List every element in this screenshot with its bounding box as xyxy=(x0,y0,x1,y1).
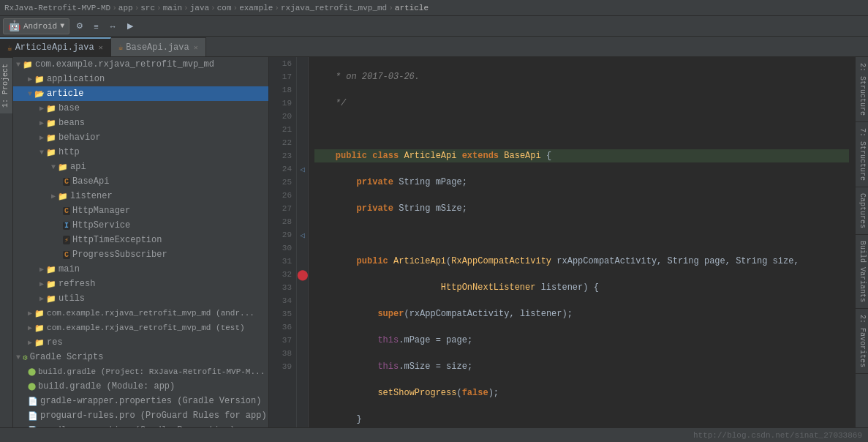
expand-icon: ▼ xyxy=(39,149,44,157)
tree-label: article xyxy=(47,89,83,99)
gutter-33 xyxy=(297,281,308,294)
resize-btn[interactable]: ↔ xyxy=(105,20,121,32)
properties-icon: 📄 xyxy=(28,397,38,406)
tree-item-com-test[interactable]: ▶ 📁 com.example.rxjava_retrofit_mvp_md (… xyxy=(13,321,268,335)
line-num-19: 19 xyxy=(269,97,296,110)
expand-icon: ▼ xyxy=(51,163,56,171)
line-num-35: 35 xyxy=(269,307,296,321)
code-content[interactable]: * on 2017-03-26. */ public class Article… xyxy=(309,57,855,427)
expand-icon: ▶ xyxy=(39,104,44,113)
folder-icon: 📁 xyxy=(46,280,56,289)
gradle-icon: ⬤ xyxy=(28,382,36,391)
tree-item-build-gradle-project[interactable]: ⬤ build.gradle (Project: RxJava-Retrofit… xyxy=(13,364,268,379)
tab-label-base: BaseApi.java xyxy=(126,42,189,53)
favorites-tab[interactable]: 2: Favorites xyxy=(856,309,868,374)
line-num-30: 30 xyxy=(269,241,296,255)
folder-icon: 📁 xyxy=(34,323,45,333)
gutter-37 xyxy=(297,334,308,347)
folder-icon: 📁 xyxy=(23,60,33,70)
tree-item-base[interactable]: ▶ 📁 base xyxy=(13,101,268,116)
tree-label: application xyxy=(47,74,105,84)
tree-item-httpservice[interactable]: I HttpService xyxy=(13,218,268,233)
gutter: ◁ ◁ ⬤ xyxy=(297,57,309,427)
tree-label: api xyxy=(70,162,86,172)
tree-item-root[interactable]: ▼ 📁 com.example.rxjava_retrofit_mvp_md xyxy=(13,57,268,72)
line-num-33: 33 xyxy=(269,281,296,294)
java-interface-icon: I xyxy=(63,222,70,230)
code-area[interactable]: 16 17 18 19 20 21 22 23 24 25 26 27 28 2… xyxy=(269,57,855,427)
expand-icon: ▶ xyxy=(28,323,32,332)
menu-btn[interactable]: ≡ xyxy=(90,20,102,32)
line-num-21: 21 xyxy=(269,123,296,136)
watermark: http://blog.csdn.net/sinat_27033869 xyxy=(693,431,862,440)
line-num-28: 28 xyxy=(269,215,296,228)
tab-close-base[interactable]: ✕ xyxy=(194,43,198,52)
tree-item-utils[interactable]: ▶ 📁 utils xyxy=(13,291,268,306)
tree-label: utils xyxy=(59,293,85,304)
status-bar: http://blog.csdn.net/sinat_27033869 xyxy=(0,427,868,442)
expand-icon: ▼ xyxy=(16,61,20,69)
tree-item-progresssubscriber[interactable]: C ProgressSubscriber xyxy=(13,247,268,262)
tree-item-article[interactable]: ▼ 📂 article xyxy=(13,86,268,101)
code-line-29: } xyxy=(314,413,849,426)
ide-container: RxJava-Retrofit-MVP-MD › app › src › mai… xyxy=(0,0,868,442)
gutter-26 xyxy=(297,189,308,202)
tab-base-api[interactable]: ☕ BaseApi.java ✕ xyxy=(111,37,206,56)
tree-item-httpmanager[interactable]: C HttpManager xyxy=(13,203,268,218)
tree-label: Gradle Scripts xyxy=(30,352,104,362)
build-variants-tab[interactable]: Build Variants xyxy=(856,235,868,309)
structure-tab-7[interactable]: 7: Structure xyxy=(856,122,868,187)
tree-label: HttpTimeException xyxy=(72,235,162,245)
java-class-icon: C xyxy=(63,251,70,259)
line-num-32: 32 xyxy=(269,268,296,281)
tree-item-behavior[interactable]: ▶ 📁 behavior xyxy=(13,130,268,145)
tree-item-main[interactable]: ▶ 📁 main xyxy=(13,262,268,277)
tree-item-build-gradle-app[interactable]: ⬤ build.gradle (Module: app) xyxy=(13,379,268,394)
tree-item-beans[interactable]: ▶ 📁 beans xyxy=(13,116,268,130)
tree-item-baseapi[interactable]: C BaseApi xyxy=(13,174,268,189)
tree-item-http[interactable]: ▼ 📁 http xyxy=(13,145,268,160)
line-num-20: 20 xyxy=(269,110,296,123)
code-line-24: HttpOnNextListener listener) { xyxy=(314,281,849,294)
folder-icon: 📁 xyxy=(46,104,56,113)
tree-item-api[interactable]: ▼ 📁 api xyxy=(13,160,268,174)
tree-item-gradle-scripts[interactable]: ▼ ⚙ Gradle Scripts xyxy=(13,350,268,364)
tree-label: main xyxy=(59,264,80,274)
folder-icon: 📁 xyxy=(46,119,56,128)
tree-item-gradle-wrapper[interactable]: 📄 gradle-wrapper.properties (Gradle Vers… xyxy=(13,394,268,408)
code-line-23: public ArticleApi(RxAppCompatActivity rx… xyxy=(314,255,849,268)
tree-item-proguard[interactable]: 📄 proguard-rules.pro (ProGuard Rules for… xyxy=(13,408,268,423)
line-num-38: 38 xyxy=(269,347,296,360)
code-line-27: this.mSize = size; xyxy=(314,360,849,373)
line-num-37: 37 xyxy=(269,334,296,347)
run-btn[interactable]: ▶ xyxy=(124,20,137,32)
line-num-34: 34 xyxy=(269,294,296,307)
sidebar-content[interactable]: ▼ 📁 com.example.rxjava_retrofit_mvp_md ▶… xyxy=(13,57,268,427)
android-selector[interactable]: 🤖 Android ▼ xyxy=(3,18,69,34)
code-line-25: super(rxAppCompatActivity, listener); xyxy=(314,307,849,321)
tree-item-res[interactable]: ▶ 📁 res xyxy=(13,335,268,350)
structure-tab[interactable]: 2: Structure xyxy=(856,57,868,122)
line-num-16: 16 xyxy=(269,57,296,70)
tree-item-com-andr[interactable]: ▶ 📁 com.example.rxjava_retrofit_mvp_md (… xyxy=(13,306,268,321)
tree-label: beans xyxy=(59,118,85,128)
folder-icon: 📁 xyxy=(58,162,68,172)
tab-article-api[interactable]: ☕ ArticleApi.java ✕ xyxy=(0,37,111,56)
tree-label: proguard-rules.pro (ProGuard Rules for a… xyxy=(40,411,267,421)
captures-tab[interactable]: Captures xyxy=(856,187,868,235)
expand-icon: ▶ xyxy=(39,119,44,127)
tab-close-article[interactable]: ✕ xyxy=(99,43,103,52)
right-side-labels: 2: Structure 7: Structure Captures Build… xyxy=(855,57,868,427)
java-class-icon: C xyxy=(63,178,70,186)
settings-btn[interactable]: ⚙ xyxy=(72,20,87,32)
bc-root[interactable]: RxJava-Retrofit-MVP-MD xyxy=(4,4,110,12)
tree-item-httptimeexception[interactable]: ⚡ HttpTimeException xyxy=(13,233,268,247)
folder-icon: 📁 xyxy=(46,148,56,157)
tree-item-application[interactable]: ▶ 📁 application xyxy=(13,72,268,86)
tree-item-refresh[interactable]: ▶ 📁 refresh xyxy=(13,277,268,291)
code-editor: 16 17 18 19 20 21 22 23 24 25 26 27 28 2… xyxy=(269,57,855,427)
tree-label: HttpService xyxy=(72,220,130,231)
tree-item-listener[interactable]: ▶ 📁 listener xyxy=(13,189,268,203)
project-tab[interactable]: 1: Project xyxy=(0,57,12,113)
folder-open-icon: 📂 xyxy=(34,89,45,99)
